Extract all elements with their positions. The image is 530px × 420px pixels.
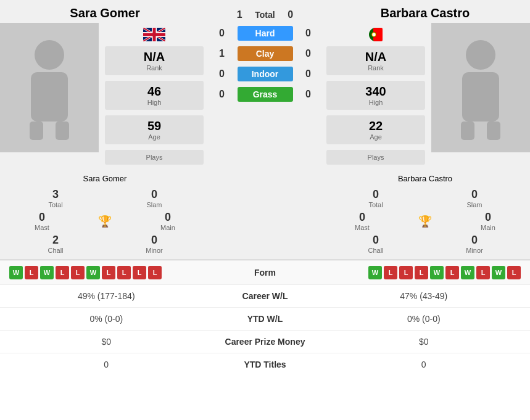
right-age-label: Age bbox=[333, 133, 419, 141]
form-badge-w: W bbox=[40, 266, 54, 279]
svg-point-13 bbox=[466, 40, 495, 70]
right-ytd-wl: 0% (0-0) bbox=[327, 314, 521, 324]
right-flag-row bbox=[326, 28, 425, 41]
form-label: Form bbox=[254, 268, 276, 278]
form-badge-l: L bbox=[133, 266, 146, 279]
ytd-wl-row: 0% (0-0) YTD W/L 0% (0-0) bbox=[0, 307, 530, 330]
left-slam-stat: 0 Slam bbox=[139, 188, 170, 208]
svg-rect-1 bbox=[31, 72, 68, 121]
left-total-stat: 3 Total bbox=[40, 188, 71, 208]
left-plays-card: Plays bbox=[105, 150, 204, 165]
left-age-label: Age bbox=[111, 133, 197, 141]
left-mast-stat: 0 Mast bbox=[27, 211, 57, 231]
grass-row: 0 Grass 0 bbox=[210, 87, 320, 102]
left-form-badges: WLWLLWLLLL bbox=[9, 266, 162, 279]
right-rank-label: Rank bbox=[333, 64, 419, 72]
form-badge-l: L bbox=[56, 266, 69, 279]
left-ytd-titles: 0 bbox=[9, 360, 204, 369]
right-player-photo bbox=[431, 23, 530, 152]
right-high-label: High bbox=[333, 99, 419, 106]
left-prize: $0 bbox=[9, 337, 204, 347]
indoor-right-score: 0 bbox=[302, 68, 315, 80]
right-age-value: 22 bbox=[333, 119, 419, 133]
prize-label: Career Prize Money bbox=[204, 337, 327, 347]
right-plays-label: Plays bbox=[333, 154, 419, 161]
career-wl-row: 49% (177-184) Career W/L 47% (43-49) bbox=[0, 284, 530, 307]
svg-rect-3 bbox=[56, 121, 69, 140]
left-main-stat: 0 Main bbox=[152, 211, 183, 231]
right-player-area: Barbara Castro bbox=[320, 0, 530, 259]
form-badge-w: W bbox=[492, 266, 505, 279]
right-rank-value: N/A bbox=[333, 50, 419, 64]
center-match-section: 1 Total 0 0 Hard 0 1 Clay 0 0 Indoor 0 bbox=[210, 0, 320, 259]
right-wins-row1: 0 Total 0 Slam bbox=[320, 187, 530, 210]
right-player-name-header: Barbara Castro bbox=[320, 0, 530, 23]
right-wins-row3: 0 Chall 0 Minor bbox=[320, 233, 530, 259]
left-rank-card: N/A Rank bbox=[105, 46, 204, 75]
left-high-value: 46 bbox=[111, 84, 197, 99]
left-career-wl: 49% (177-184) bbox=[9, 291, 204, 301]
left-chall-stat: 2 Chall bbox=[40, 234, 71, 254]
left-trophy-icon: 🏆 bbox=[98, 215, 112, 228]
right-high-value: 340 bbox=[333, 84, 419, 99]
left-high-label: High bbox=[111, 99, 197, 106]
titles-label: YTD Titles bbox=[204, 360, 327, 369]
right-slam-stat: 0 Slam bbox=[459, 188, 490, 208]
svg-rect-16 bbox=[487, 121, 500, 140]
right-prize: $0 bbox=[327, 337, 521, 347]
form-badge-l: L bbox=[384, 266, 397, 279]
right-silhouette bbox=[450, 35, 511, 140]
hard-left-score: 0 bbox=[216, 28, 228, 39]
left-high-card: 46 High bbox=[105, 81, 204, 110]
svg-point-0 bbox=[35, 40, 64, 70]
ytd-wl-label: YTD W/L bbox=[204, 314, 327, 324]
svg-rect-15 bbox=[461, 121, 474, 140]
clay-tag: Clay bbox=[238, 46, 293, 61]
clay-left-score: 1 bbox=[216, 48, 228, 59]
grass-right-score: 0 bbox=[302, 89, 315, 100]
grass-left-score: 0 bbox=[216, 89, 228, 100]
form-badge-w: W bbox=[368, 266, 382, 279]
form-badge-w: W bbox=[430, 266, 444, 279]
form-badge-l: L bbox=[476, 266, 490, 279]
right-mast-stat: 0 Mast bbox=[347, 211, 378, 231]
right-total-stat: 0 Total bbox=[360, 188, 391, 208]
left-age-value: 59 bbox=[111, 119, 197, 133]
right-rank-card: N/A Rank bbox=[326, 46, 425, 75]
right-age-card: 22 Age bbox=[326, 115, 425, 144]
right-high-card: 340 High bbox=[326, 81, 425, 110]
right-wins-row2: 0 Mast 🏆 0 Main bbox=[320, 210, 530, 233]
svg-rect-14 bbox=[462, 72, 499, 121]
svg-rect-12 bbox=[143, 33, 165, 36]
left-plays-label: Plays bbox=[111, 154, 197, 161]
indoor-left-score: 0 bbox=[216, 68, 228, 80]
svg-point-20 bbox=[373, 33, 376, 36]
form-badge-w: W bbox=[9, 266, 23, 279]
top-area: Sara Gomer bbox=[0, 0, 530, 260]
form-badge-w: W bbox=[86, 266, 100, 279]
right-career-wl: 47% (43-49) bbox=[327, 291, 521, 301]
form-badge-l: L bbox=[117, 266, 131, 279]
left-ytd-wl: 0% (0-0) bbox=[9, 314, 204, 324]
left-wins-row1: 3 Total 0 Slam bbox=[0, 187, 210, 210]
total-left-score: 1 bbox=[233, 9, 246, 20]
career-wl-label: Career W/L bbox=[204, 291, 327, 301]
left-player-photo bbox=[0, 23, 99, 152]
uk-flag-icon bbox=[143, 28, 165, 41]
left-silhouette bbox=[19, 35, 80, 140]
indoor-row: 0 Indoor 0 bbox=[210, 67, 320, 81]
form-badge-l: L bbox=[507, 266, 521, 279]
form-badge-l: L bbox=[445, 266, 459, 279]
right-main-stat: 0 Main bbox=[473, 211, 503, 231]
right-minor-stat: 0 Minor bbox=[459, 234, 490, 254]
right-chall-stat: 0 Chall bbox=[360, 234, 391, 254]
left-age-card: 59 Age bbox=[105, 115, 204, 144]
hard-tag: Hard bbox=[238, 26, 293, 41]
hard-right-score: 0 bbox=[302, 28, 315, 39]
form-badge-l: L bbox=[25, 266, 38, 279]
right-stats-col: N/A Rank 340 High 22 Age Play bbox=[320, 23, 431, 173]
right-player-name-below: Barbara Castro bbox=[320, 173, 530, 187]
total-label: Total bbox=[255, 10, 275, 20]
indoor-tag: Indoor bbox=[238, 67, 293, 81]
clay-row: 1 Clay 0 bbox=[210, 46, 320, 61]
